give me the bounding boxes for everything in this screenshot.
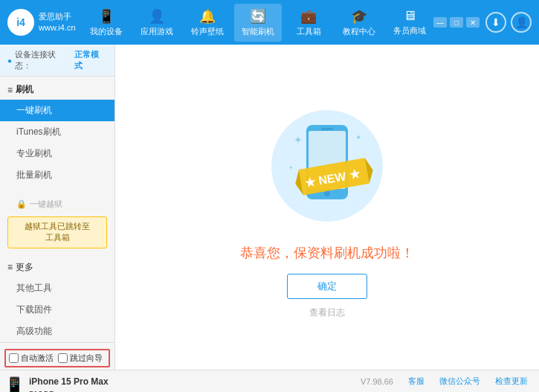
flash-group-icon: ≡ <box>7 85 13 95</box>
flash-group-label: ≡ 刷机 <box>0 80 114 100</box>
nav-apps-icon: 👤 <box>149 8 165 25</box>
flash-section: ≡ 刷机 一键刷机 iTunes刷机 专业刷机 批量刷机 <box>0 77 114 189</box>
sidebar-item-pro-flash[interactable]: 专业刷机 <box>0 143 114 164</box>
nav-service[interactable]: 🖥 务员商域 <box>386 4 433 42</box>
skip-guide-label: 跳过向导 <box>70 353 103 364</box>
nav-apps-label: 应用游戏 <box>141 26 173 37</box>
status-dot-icon: ● <box>7 57 12 65</box>
device-details: iPhone 15 Pro Max 512GB iPhone <box>29 375 109 392</box>
device-name: iPhone 15 Pro Max <box>29 375 109 388</box>
activation-options: 自动激活 跳过向导 <box>4 349 110 367</box>
nav-flash-label: 智能刷机 <box>242 26 274 37</box>
svg-text:✦: ✦ <box>288 164 294 171</box>
logo-text: 爱思助手 www.i4.cn <box>39 11 76 34</box>
window-controls: — □ ✕ <box>433 17 480 28</box>
nav-my-device-label: 我的设备 <box>90 26 123 37</box>
status-label: 设备连接状态： <box>15 49 71 71</box>
sidebar-item-itunes-flash[interactable]: iTunes刷机 <box>0 121 114 143</box>
close-icon[interactable]: ✕ <box>466 17 480 28</box>
sidebar-item-download-fw[interactable]: 下载固件 <box>0 299 114 321</box>
nav-toolbox-label: 工具箱 <box>297 26 321 37</box>
confirm-button[interactable]: 确定 <box>287 274 367 299</box>
sidebar-item-batch-flash[interactable]: 批量刷机 <box>0 164 114 186</box>
success-illustration: ✦ ✦ ✦ ✦ ★ NEW ★ <box>260 95 394 244</box>
maximize-icon[interactable]: □ <box>450 17 463 28</box>
skip-guide-option[interactable]: 跳过向导 <box>58 353 103 364</box>
svg-rect-5 <box>321 128 333 130</box>
lock-icon: 🔒 <box>16 199 27 209</box>
nav-flash-icon: 🔄 <box>250 8 266 25</box>
sidebar-item-onekey-flash[interactable]: 一键刷机 <box>0 100 114 121</box>
auto-activate-label: 自动激活 <box>21 353 54 364</box>
nav-tutorial-icon: 🎓 <box>351 8 367 25</box>
sidebar-item-advanced[interactable]: 高级功能 <box>0 321 114 342</box>
warning-box: 越狱工具已跳转至工具箱 <box>7 216 107 248</box>
status-value: 正常模式 <box>74 49 107 71</box>
success-message: 恭喜您，保资料刷机成功啦！ <box>240 244 414 262</box>
nav-my-device[interactable]: 📱 我的设备 <box>83 4 130 42</box>
footer-link-service[interactable]: 客服 <box>408 376 425 387</box>
footer-link-update[interactable]: 检查更新 <box>495 376 528 387</box>
minimize-icon[interactable]: — <box>433 17 447 28</box>
nav-ringtone[interactable]: 🔔 铃声壁纸 <box>184 4 231 42</box>
logo-area: i4 爱思助手 www.i4.cn <box>7 9 83 36</box>
device-storage: 512GB <box>29 388 109 392</box>
svg-text:✦: ✦ <box>294 134 303 146</box>
success-svg: ✦ ✦ ✦ ✦ ★ NEW ★ <box>260 95 394 244</box>
content-area: ✦ ✦ ✦ ✦ ★ NEW ★ 恭喜您，保资料刷机成功啦！ 确定 查看日志 <box>115 45 539 370</box>
view-log-link[interactable]: 查看日志 <box>309 306 345 319</box>
nav-ringtone-icon: 🔔 <box>199 8 216 25</box>
auto-activate-option[interactable]: 自动激活 <box>9 353 54 364</box>
nav-service-icon: 🖥 <box>403 8 416 24</box>
nav-bar: 📱 我的设备 👤 应用游戏 🔔 铃声壁纸 🔄 智能刷机 💼 工具箱 🎓 教程中心… <box>83 4 433 42</box>
status-bar: ● 设备连接状态： 正常模式 <box>0 45 114 77</box>
nav-my-device-icon: 📱 <box>98 8 114 25</box>
nav-apps-games[interactable]: 👤 应用游戏 <box>133 4 181 42</box>
user-actions: ⬇ 👤 <box>485 12 532 33</box>
nav-toolbox-icon: 💼 <box>300 8 317 25</box>
footer-link-wechat[interactable]: 微信公众号 <box>439 376 480 387</box>
skip-guide-checkbox[interactable] <box>58 353 68 363</box>
sidebar-bottom: 自动激活 跳过向导 📱 iPhone 15 Pro Max 512GB iPho… <box>0 342 114 392</box>
auto-activate-checkbox[interactable] <box>9 353 19 363</box>
user-icon[interactable]: 👤 <box>511 12 532 33</box>
download-icon[interactable]: ⬇ <box>485 12 506 33</box>
jailbreak-disabled: 🔒 一键越狱 <box>0 195 114 213</box>
sidebar: ● 设备连接状态： 正常模式 ≡ 刷机 一键刷机 iTunes刷机 专业刷机 批… <box>0 45 115 370</box>
top-right-controls: — □ ✕ ⬇ 👤 <box>433 12 532 33</box>
top-bar: i4 爱思助手 www.i4.cn 📱 我的设备 👤 应用游戏 🔔 铃声壁纸 🔄… <box>0 0 539 45</box>
nav-service-label: 务员商域 <box>393 25 426 36</box>
more-group-icon: ≡ <box>7 262 13 272</box>
nav-tutorial-label: 教程中心 <box>343 26 375 37</box>
sidebar-item-other-tools[interactable]: 其他工具 <box>0 277 114 299</box>
logo-icon: i4 <box>7 9 34 36</box>
device-phone-icon: 📱 <box>4 376 25 392</box>
nav-ringtone-label: 铃声壁纸 <box>191 26 224 37</box>
more-group-label: ≡ 更多 <box>0 257 114 277</box>
version-label: V7.98.66 <box>361 377 393 386</box>
svg-text:✦: ✦ <box>355 133 361 141</box>
nav-toolbox[interactable]: 💼 工具箱 <box>285 4 332 42</box>
main-layout: ● 设备连接状态： 正常模式 ≡ 刷机 一键刷机 iTunes刷机 专业刷机 批… <box>0 45 539 370</box>
device-info: 📱 iPhone 15 Pro Max 512GB iPhone <box>4 372 110 392</box>
nav-tutorial[interactable]: 🎓 教程中心 <box>335 4 383 42</box>
nav-smart-flash[interactable]: 🔄 智能刷机 <box>234 4 282 42</box>
